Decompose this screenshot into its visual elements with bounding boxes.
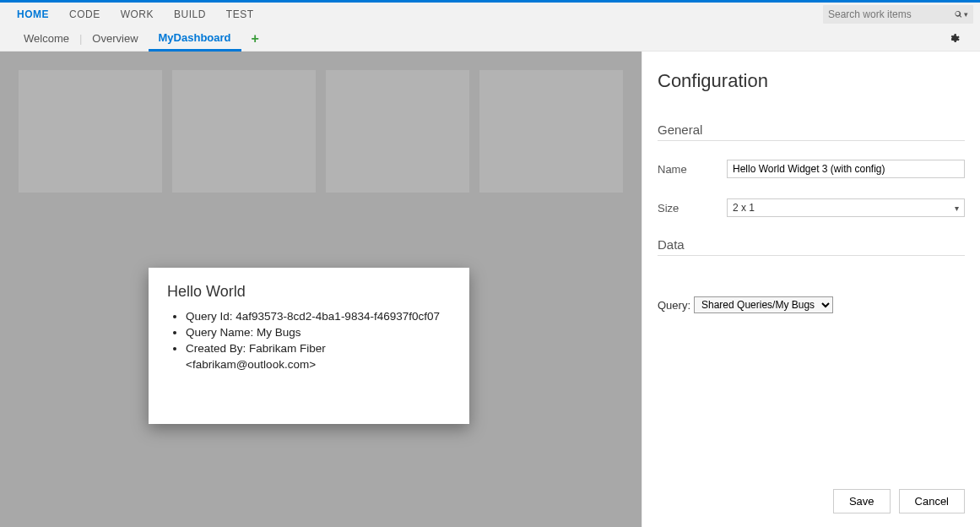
widget-list: Query Id: 4af93573-8cd2-4ba1-9834-f46937… bbox=[167, 309, 451, 372]
configuration-panel: Configuration General Name Size 2 x 1 ▾ … bbox=[642, 52, 980, 527]
tab-code[interactable]: CODE bbox=[59, 4, 111, 24]
size-field: Size 2 x 1 ▾ bbox=[658, 198, 965, 217]
widget-placeholder[interactable] bbox=[172, 70, 316, 193]
tab-build[interactable]: BUILD bbox=[164, 4, 216, 24]
size-value: 2 x 1 bbox=[733, 202, 755, 214]
add-dashboard-button[interactable]: + bbox=[241, 31, 269, 46]
name-input[interactable] bbox=[727, 160, 965, 178]
widget-list-item: Query Name: My Bugs bbox=[186, 325, 451, 340]
cancel-button[interactable]: Cancel bbox=[899, 489, 965, 513]
subnav-item-welcome[interactable]: Welcome bbox=[14, 26, 79, 52]
widget-placeholder[interactable] bbox=[19, 70, 162, 193]
size-select[interactable]: 2 x 1 ▾ bbox=[727, 198, 965, 217]
top-nav-tabs: HOME CODE WORK BUILD TEST bbox=[7, 4, 264, 24]
save-button[interactable]: Save bbox=[833, 489, 891, 513]
sub-nav: Welcome | Overview MyDashboard + bbox=[0, 26, 980, 52]
widget-placeholder-row bbox=[19, 70, 623, 193]
search-box[interactable]: ▾ bbox=[823, 5, 973, 24]
widget-placeholder[interactable] bbox=[479, 70, 623, 193]
gear-icon[interactable] bbox=[946, 32, 960, 46]
search-icon bbox=[955, 8, 962, 20]
widget-list-item: Created By: Fabrikam Fiber <fabrikam@out… bbox=[186, 341, 451, 372]
hello-world-widget[interactable]: Hello World Query Id: 4af93573-8cd2-4ba1… bbox=[149, 268, 469, 424]
main-split: Hello World Query Id: 4af93573-8cd2-4ba1… bbox=[0, 52, 980, 527]
query-label: Query: bbox=[658, 299, 690, 312]
widget-title: Hello World bbox=[167, 283, 451, 301]
widget-list-item: Query Id: 4af93573-8cd2-4ba1-9834-f46937… bbox=[186, 309, 451, 324]
section-general: General bbox=[658, 122, 965, 141]
query-select[interactable]: Shared Queries/My Bugs bbox=[694, 296, 833, 313]
tab-test[interactable]: TEST bbox=[216, 4, 264, 24]
name-label: Name bbox=[658, 163, 727, 176]
size-label: Size bbox=[658, 202, 727, 215]
search-input[interactable] bbox=[828, 8, 955, 20]
tab-work[interactable]: WORK bbox=[111, 4, 164, 24]
tab-home[interactable]: HOME bbox=[7, 4, 59, 24]
section-data: Data bbox=[658, 237, 965, 256]
dashboard-area: Hello World Query Id: 4af93573-8cd2-4ba1… bbox=[0, 52, 642, 527]
widget-placeholder[interactable] bbox=[326, 70, 469, 193]
top-nav: HOME CODE WORK BUILD TEST ▾ bbox=[0, 3, 980, 26]
subnav-item-mydashboard[interactable]: MyDashboard bbox=[149, 26, 241, 52]
config-title: Configuration bbox=[658, 70, 965, 92]
search-dropdown-icon[interactable]: ▾ bbox=[964, 10, 968, 19]
chevron-down-icon: ▾ bbox=[955, 204, 959, 213]
query-field: Query: Shared Queries/My Bugs bbox=[658, 296, 965, 313]
subnav-item-overview[interactable]: Overview bbox=[82, 26, 148, 52]
button-row: Save Cancel bbox=[658, 479, 965, 513]
name-field: Name bbox=[658, 160, 965, 178]
